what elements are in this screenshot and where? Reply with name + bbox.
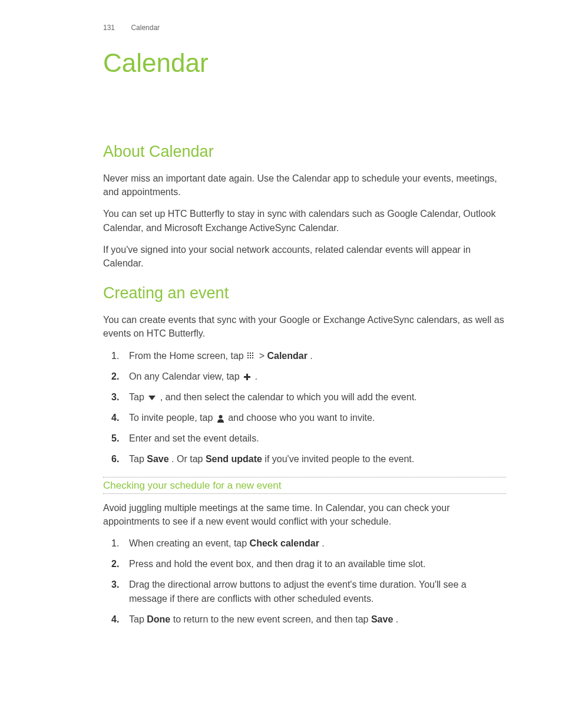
- svg-rect-0: [247, 353, 249, 354]
- step-text: , and then select the calendar to which …: [160, 392, 417, 402]
- svg-marker-11: [148, 396, 156, 400]
- list-item: Drag the directional arrow buttons to ad…: [103, 578, 506, 605]
- body-text: You can set up HTC Butterfly to stay in …: [103, 207, 506, 234]
- page-number: 131: [103, 24, 115, 32]
- document-page: 131 Calendar Calendar About Calendar Nev…: [0, 0, 562, 660]
- svg-rect-4: [250, 355, 251, 356]
- svg-point-12: [219, 415, 222, 419]
- step-text: On any Calendar view, tap: [129, 371, 242, 381]
- list-item: From the Home screen, tap > Calendar .: [103, 349, 506, 363]
- step-text: To invite people, tap: [129, 413, 216, 423]
- page-title: Calendar: [103, 48, 506, 78]
- step-bold: Save: [147, 454, 168, 464]
- step-text: if you've invited people to the event.: [265, 454, 414, 464]
- step-text: When creating an event, tap: [129, 538, 250, 548]
- svg-rect-6: [247, 357, 249, 358]
- step-text: .: [310, 351, 312, 361]
- step-bold: Calendar: [267, 351, 307, 361]
- apps-grid-icon: [247, 353, 255, 360]
- plus-icon: [243, 373, 251, 381]
- list-item: Press and hold the event box, and then d…: [103, 557, 506, 571]
- svg-rect-10: [244, 376, 250, 378]
- list-item: Tap , and then select the calendar to wh…: [103, 390, 506, 404]
- list-item: Tap Save . Or tap Send update if you've …: [103, 452, 506, 466]
- step-text: and choose who you want to invite.: [228, 413, 375, 423]
- steps-list-creating: From the Home screen, tap > Calendar . O…: [103, 349, 506, 466]
- svg-rect-7: [250, 357, 251, 358]
- list-item: On any Calendar view, tap .: [103, 370, 506, 383]
- section-heading-creating: Creating an event: [103, 284, 506, 302]
- list-item: To invite people, tap and choose who you…: [103, 411, 506, 424]
- svg-rect-1: [250, 353, 251, 354]
- step-text: >: [259, 351, 267, 361]
- body-text: Never miss an important date again. Use …: [103, 172, 506, 199]
- step-text: From the Home screen, tap: [129, 351, 246, 361]
- subsection-heading: Checking your schedule for a new event: [103, 477, 506, 494]
- section-heading-about: About Calendar: [103, 143, 506, 161]
- svg-rect-8: [252, 357, 253, 358]
- page-header: 131 Calendar: [103, 24, 506, 32]
- steps-list-checking: When creating an event, tap Check calend…: [103, 536, 506, 626]
- step-text: Press and hold the event box, and then d…: [129, 559, 425, 569]
- body-text: If you've signed into your social networ…: [103, 243, 506, 270]
- person-icon: [217, 414, 224, 423]
- step-bold: Done: [147, 614, 170, 624]
- step-bold: Check calendar: [250, 538, 319, 548]
- dropdown-icon: [148, 395, 156, 401]
- step-text: Drag the directional arrow buttons to ad…: [129, 579, 467, 603]
- step-text: . Or tap: [171, 454, 206, 464]
- list-item: When creating an event, tap Check calend…: [103, 536, 506, 550]
- step-text: Enter and set the event details.: [129, 433, 259, 443]
- step-text: .: [396, 614, 398, 624]
- step-bold: Save: [371, 614, 393, 624]
- step-text: .: [255, 371, 257, 381]
- svg-rect-2: [252, 353, 253, 354]
- step-bold: Send update: [206, 454, 262, 464]
- svg-rect-5: [252, 355, 253, 356]
- step-text: to return to the new event screen, and t…: [173, 614, 371, 624]
- header-section: Calendar: [131, 24, 160, 32]
- body-text: Avoid juggling multiple meetings at the …: [103, 501, 506, 528]
- svg-rect-3: [247, 355, 249, 356]
- step-text: Tap: [129, 392, 147, 402]
- body-text: You can create events that sync with you…: [103, 313, 506, 340]
- list-item: Enter and set the event details.: [103, 431, 506, 445]
- step-text: Tap: [129, 614, 147, 624]
- step-text: Tap: [129, 454, 147, 464]
- step-text: .: [322, 538, 324, 548]
- list-item: Tap Done to return to the new event scre…: [103, 612, 506, 626]
